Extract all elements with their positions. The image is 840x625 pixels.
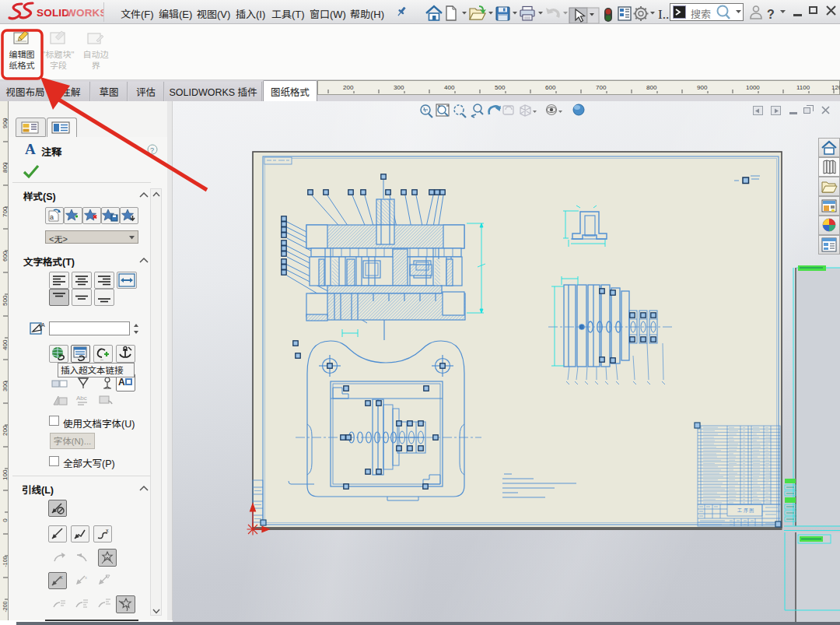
svg-text:x: x (85, 574, 87, 581)
svg-text:x: x (60, 573, 63, 581)
svg-text:SOLID: SOLID (37, 7, 69, 19)
svg-text:I..: I.. (658, 7, 669, 22)
svg-text:a: a (50, 212, 54, 222)
svg-text:?: ? (150, 145, 154, 155)
svg-text:..: .. (100, 354, 103, 362)
svg-text:A: A (41, 321, 45, 328)
svg-text:Abc: Abc (76, 393, 87, 402)
svg-text:工 序 图: 工 序 图 (737, 507, 754, 514)
svg-text:WORKS: WORKS (66, 7, 104, 19)
svg-text:A: A (25, 141, 36, 156)
svg-text:x: x (106, 526, 109, 534)
